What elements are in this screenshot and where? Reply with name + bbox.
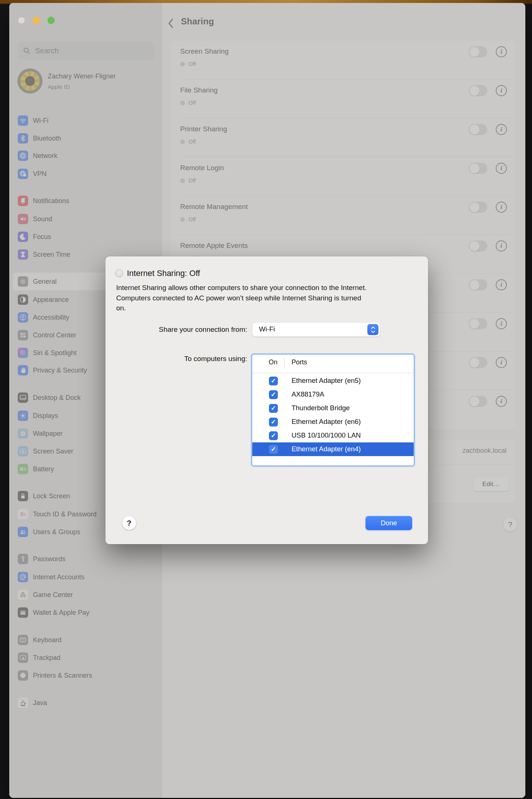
status-indicator <box>115 269 123 277</box>
internet-sharing-dialog: Internet Sharing: Off Internet Sharing a… <box>105 256 428 544</box>
checkbox-checked-icon[interactable]: ✓ <box>269 418 278 427</box>
minimize-button[interactable] <box>33 17 40 24</box>
zoom-button[interactable] <box>47 17 55 24</box>
port-label: USB 10/100/1000 LAN <box>292 431 361 439</box>
checkbox-checked-icon[interactable]: ✓ <box>269 445 278 454</box>
dialog-help-button[interactable]: ? <box>122 516 136 530</box>
column-header-on: On <box>267 358 279 366</box>
share-from-label: Share your connection from: <box>105 326 247 334</box>
port-row-thunderbolt-bridge[interactable]: ✓ Thunderbolt Bridge <box>252 401 414 415</box>
share-from-popup[interactable]: Wi-Fi <box>252 323 380 337</box>
dialog-title: Internet Sharing: Off <box>127 269 200 278</box>
checkbox-checked-icon[interactable]: ✓ <box>269 404 278 413</box>
port-label: AX88179A <box>292 390 324 398</box>
port-row-usb-10-100-1000-lan[interactable]: ✓ USB 10/100/1000 LAN <box>252 429 414 442</box>
done-button[interactable]: Done <box>366 516 412 530</box>
column-header-ports: Ports <box>292 358 307 366</box>
dialog-description: Internet Sharing allows other computers … <box>116 283 371 313</box>
column-divider <box>284 358 284 369</box>
checkbox-checked-icon[interactable]: ✓ <box>269 390 278 399</box>
port-label: Ethernet Adapter (en4) <box>292 445 361 453</box>
popup-stepper-icon <box>367 324 378 335</box>
ports-table[interactable]: On Ports ✓ Ethernet Adapter (en5)✓ AX881… <box>251 353 415 467</box>
checkbox-checked-icon[interactable]: ✓ <box>269 377 278 385</box>
port-row-ethernet-adapter-en6[interactable]: ✓ Ethernet Adapter (en6) <box>252 415 414 429</box>
header-divider <box>252 373 414 373</box>
port-label: Thunderbolt Bridge <box>292 404 350 412</box>
port-row-ethernet-adapter-en5[interactable]: ✓ Ethernet Adapter (en5) <box>252 374 414 388</box>
port-row-ax88179a[interactable]: ✓ AX88179A <box>252 388 414 401</box>
port-row-ethernet-adapter-en4[interactable]: ✓ Ethernet Adapter (en4) <box>252 442 414 456</box>
share-from-value: Wi-Fi <box>259 325 275 333</box>
system-settings-window: Search Zachary Wener-Fligner Apple ID Wi… <box>9 3 525 798</box>
close-button[interactable] <box>18 17 25 24</box>
port-label: Ethernet Adapter (en5) <box>292 377 361 385</box>
port-label: Ethernet Adapter (en6) <box>292 418 361 426</box>
checkbox-checked-icon[interactable]: ✓ <box>269 431 278 440</box>
to-computers-label: To computers using: <box>105 355 247 363</box>
